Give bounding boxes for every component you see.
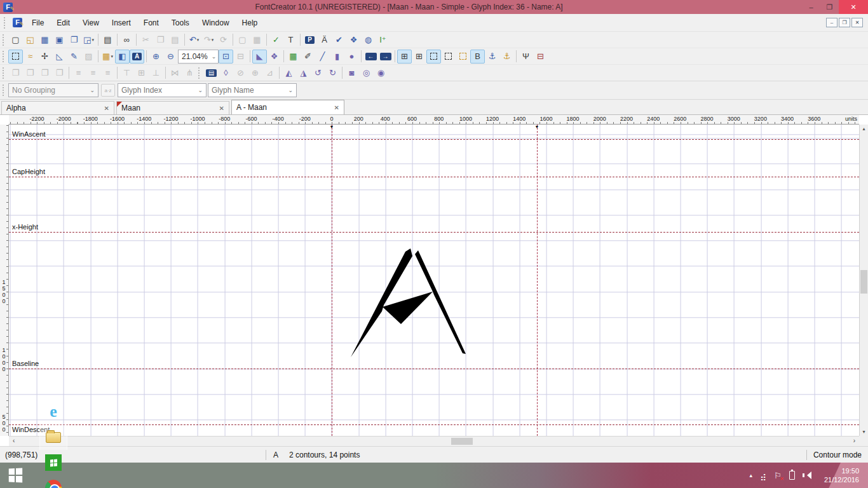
tray-expand-icon[interactable]: ▴ xyxy=(749,472,752,478)
insert-image-button[interactable]: ▦ xyxy=(286,50,301,64)
glyph-outline-a[interactable] xyxy=(9,125,859,436)
battery-icon[interactable] xyxy=(789,471,795,480)
background-image-button[interactable]: ▦▾ xyxy=(100,50,115,64)
draw-tool-button[interactable]: ✎ xyxy=(67,50,81,64)
contour-mode-tool-button[interactable]: ◣ xyxy=(252,50,267,64)
scroll-down-icon[interactable]: ▾ xyxy=(860,429,868,435)
cut-button[interactable]: ✂ xyxy=(139,33,153,47)
menubar-grip[interactable] xyxy=(4,17,7,29)
rotate-ccw-button[interactable]: ↺ xyxy=(311,66,325,80)
point-mode-tool-button[interactable]: ❖ xyxy=(267,50,281,64)
mdi-close-button[interactable]: ✕ xyxy=(851,18,863,27)
align-top-button[interactable]: ⊤ xyxy=(119,66,134,80)
toolbar-grip[interactable] xyxy=(3,34,6,46)
union-contours-button[interactable]: ◙ xyxy=(344,66,359,80)
scroll-right-icon[interactable]: › xyxy=(853,437,855,444)
split-contour-button[interactable]: ⊘ xyxy=(233,66,248,80)
redo-button[interactable]: ↷▾ xyxy=(201,33,216,47)
export-font-button[interactable]: ◲▾ xyxy=(81,33,96,47)
toolbar-grip[interactable] xyxy=(3,51,6,62)
scroll-up-icon[interactable]: ▴ xyxy=(860,126,868,132)
tab-close-icon[interactable]: ✕ xyxy=(334,104,339,111)
align-middle-button[interactable]: ⊞ xyxy=(134,66,149,80)
autometrics-button[interactable]: Ä xyxy=(317,33,332,47)
new-button[interactable]: ▢ xyxy=(8,33,23,47)
minimize-button[interactable]: – xyxy=(802,0,820,14)
show-grid-button[interactable]: ⊞ xyxy=(397,50,412,64)
menu-window[interactable]: Window xyxy=(196,15,236,30)
exclude-contours-button[interactable]: ◎ xyxy=(359,66,374,80)
save-all-button[interactable]: ❐ xyxy=(67,33,81,47)
distribute-vertical-button[interactable]: ⋔ xyxy=(182,66,197,80)
copy-button[interactable]: ❐ xyxy=(153,33,168,47)
snap-to-grid-button[interactable]: ⊞ xyxy=(412,50,426,64)
nav-forward-button[interactable]: → xyxy=(378,50,393,64)
insert-characters-button[interactable]: I⁺ xyxy=(376,33,390,47)
glyph-canvas[interactable]: WinAscentCapHeightx-HeightBaselineWinDes… xyxy=(9,125,859,436)
print-button[interactable]: ▤ xyxy=(100,33,115,47)
menu-file[interactable]: File xyxy=(25,15,50,30)
save-button[interactable]: ▣ xyxy=(52,33,67,47)
open-button[interactable]: ◱ xyxy=(23,33,37,47)
web-preview-button[interactable]: ◍ xyxy=(361,33,376,47)
tab-maan[interactable]: Maan✕ xyxy=(116,101,229,114)
speaker-icon[interactable] xyxy=(803,471,811,480)
tab-alpha[interactable]: Alpha✕ xyxy=(1,101,114,114)
fill-tool-button[interactable]: ▨ xyxy=(81,50,96,64)
glyph-properties-button[interactable]: ▤ xyxy=(204,66,219,80)
flip-horizontal-button[interactable]: ◭ xyxy=(281,66,296,80)
toolbar-grip[interactable] xyxy=(198,67,201,79)
network-icon[interactable]: ⣴ xyxy=(760,471,766,480)
lock-guidelines-button[interactable] xyxy=(456,50,470,64)
mdi-restore-button[interactable]: ❐ xyxy=(839,18,850,27)
eraser-button[interactable]: ◊ xyxy=(219,66,233,80)
show-guidelines-button[interactable] xyxy=(426,50,441,64)
font-test-button[interactable]: ✔ xyxy=(332,33,346,47)
repeat-button[interactable]: ⟳ xyxy=(216,33,231,47)
select-tool-button[interactable] xyxy=(8,50,23,64)
intersect-contours-button[interactable]: ◉ xyxy=(374,66,388,80)
remove-overlap-button[interactable]: ⊿ xyxy=(262,66,277,80)
vertical-scrollbar[interactable]: ▴ ▾ xyxy=(859,125,868,436)
zoom-in-button[interactable]: ⊕ xyxy=(149,50,163,64)
horizontal-scrollbar[interactable]: ‹ › xyxy=(9,436,859,446)
find-button[interactable]: ∞ xyxy=(119,33,134,47)
align-left-button[interactable]: ≡ xyxy=(71,66,86,80)
zoom-fit-button[interactable]: ⊡ xyxy=(219,50,233,64)
start-button[interactable] xyxy=(0,463,31,488)
glyph-metrics-button[interactable]: ⊟ xyxy=(533,50,548,64)
dropdown-arrow-icon[interactable]: ▾ xyxy=(111,54,113,59)
align-center-button[interactable]: ≡ xyxy=(86,66,100,80)
bring-forward-button[interactable]: ❐ xyxy=(8,66,23,80)
zoom-selection-button[interactable]: ⊟ xyxy=(233,50,248,64)
dropdown-arrow-icon[interactable]: ▾ xyxy=(197,37,200,43)
bring-to-front-button[interactable]: ❐ xyxy=(37,66,52,80)
vertical-scroll-thumb[interactable] xyxy=(860,270,867,294)
undo-button[interactable]: ↶▾ xyxy=(187,33,201,47)
menu-view[interactable]: View xyxy=(76,15,105,30)
align-right-button[interactable]: ≡ xyxy=(100,66,115,80)
taskbar-app-chrome[interactable] xyxy=(39,475,67,488)
taskbar-app-internet-explorer[interactable]: e xyxy=(39,399,67,424)
send-backward-button[interactable]: ❐ xyxy=(23,66,37,80)
taskbar-app-file-explorer[interactable] xyxy=(39,424,67,450)
font-validate-button[interactable]: ✓ xyxy=(269,33,283,47)
glyph-name-combo[interactable]: Glyph Name ⌄ xyxy=(208,83,297,97)
menu-edit[interactable]: Edit xyxy=(50,15,76,30)
restore-button[interactable]: ❐ xyxy=(820,0,839,14)
zoom-out-button[interactable]: ⊖ xyxy=(163,50,178,64)
draw-rectangle-button[interactable]: ▮ xyxy=(330,50,344,64)
align-bottom-button[interactable]: ⊥ xyxy=(149,66,163,80)
taskbar-app-windows-store[interactable] xyxy=(39,450,67,475)
tab-close-icon[interactable]: ✕ xyxy=(104,105,109,112)
join-contours-button[interactable]: ⊕ xyxy=(248,66,262,80)
insert-glyph-button[interactable]: ▢ xyxy=(235,33,250,47)
lock-anchor-button[interactable]: ⚓ xyxy=(499,50,514,64)
close-button[interactable]: ✕ xyxy=(839,0,868,14)
rotate-cw-button[interactable]: ↻ xyxy=(325,66,340,80)
snap-to-metrics-button[interactable]: B xyxy=(470,50,485,64)
edit-drawing-button[interactable]: ✐ xyxy=(301,50,315,64)
menu-tools[interactable]: Tools xyxy=(165,15,196,30)
related-points-button[interactable]: Ψ xyxy=(519,50,533,64)
send-to-back-button[interactable]: ❐ xyxy=(52,66,67,80)
